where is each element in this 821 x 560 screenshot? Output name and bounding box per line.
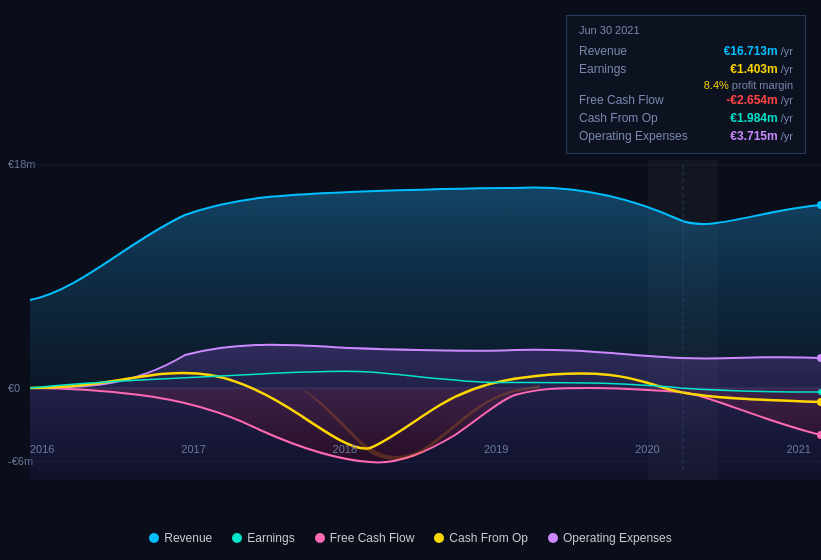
legend-label-opex: Operating Expenses: [563, 531, 672, 545]
tooltip-earnings-row: Earnings €1.403m /yr: [579, 60, 793, 78]
data-tooltip: Jun 30 2021 Revenue €16.713m /yr Earning…: [566, 15, 806, 154]
legend-opex[interactable]: Operating Expenses: [548, 531, 672, 545]
tooltip-cfo-value: €1.984m /yr: [730, 111, 793, 125]
legend-fcf[interactable]: Free Cash Flow: [315, 531, 415, 545]
tooltip-opex-label: Operating Expenses: [579, 129, 688, 143]
x-label-2016: 2016: [30, 443, 54, 455]
tooltip-revenue-value: €16.713m /yr: [724, 44, 793, 58]
tooltip-fcf-value: -€2.654m /yr: [726, 93, 793, 107]
legend-label-cfo: Cash From Op: [449, 531, 528, 545]
legend-dot-opex: [548, 533, 558, 543]
tooltip-revenue-label: Revenue: [579, 44, 627, 58]
x-label-2021: 2021: [786, 443, 810, 455]
tooltip-fcf-row: Free Cash Flow -€2.654m /yr: [579, 91, 793, 109]
legend-revenue[interactable]: Revenue: [149, 531, 212, 545]
tooltip-profit-margin: 8.4% profit margin: [579, 79, 793, 91]
legend-label-revenue: Revenue: [164, 531, 212, 545]
tooltip-opex-value: €3.715m /yr: [730, 129, 793, 143]
x-label-2020: 2020: [635, 443, 659, 455]
legend-earnings[interactable]: Earnings: [232, 531, 294, 545]
chart-legend: Revenue Earnings Free Cash Flow Cash Fro…: [0, 531, 821, 545]
tooltip-earnings-value: €1.403m /yr: [730, 62, 793, 76]
tooltip-fcf-label: Free Cash Flow: [579, 93, 664, 107]
legend-cfo[interactable]: Cash From Op: [434, 531, 528, 545]
legend-dot-earnings: [232, 533, 242, 543]
legend-dot-fcf: [315, 533, 325, 543]
x-axis-labels: 2016 2017 2018 2019 2020 2021: [30, 443, 821, 455]
x-label-2019: 2019: [484, 443, 508, 455]
x-label-2018: 2018: [333, 443, 357, 455]
tooltip-cfo-label: Cash From Op: [579, 111, 658, 125]
tooltip-opex-row: Operating Expenses €3.715m /yr: [579, 127, 793, 145]
legend-dot-revenue: [149, 533, 159, 543]
legend-label-earnings: Earnings: [247, 531, 294, 545]
tooltip-earnings-label: Earnings: [579, 62, 626, 76]
legend-dot-cfo: [434, 533, 444, 543]
tooltip-revenue-row: Revenue €16.713m /yr: [579, 42, 793, 60]
tooltip-cfo-row: Cash From Op €1.984m /yr: [579, 109, 793, 127]
legend-label-fcf: Free Cash Flow: [330, 531, 415, 545]
x-label-2017: 2017: [181, 443, 205, 455]
tooltip-date: Jun 30 2021: [579, 24, 793, 36]
